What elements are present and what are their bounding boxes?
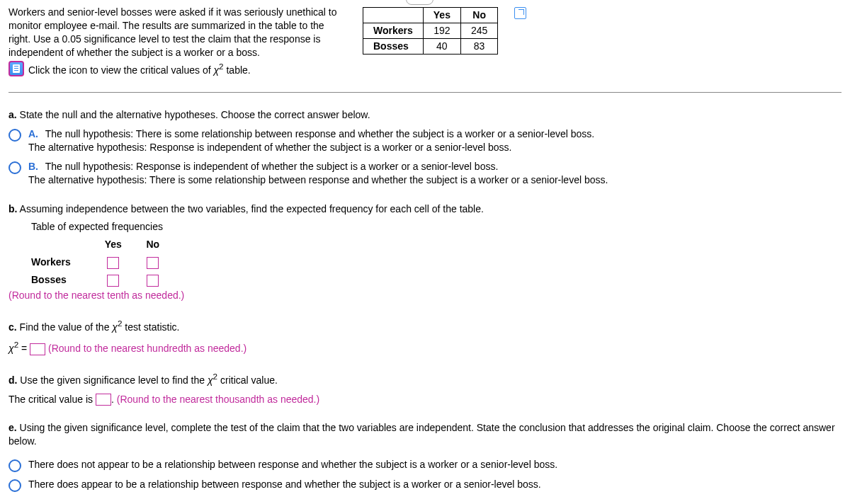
optB-label: B. xyxy=(28,161,38,172)
radio-e-opt1[interactable] xyxy=(8,459,21,472)
part-a: a. State the null and the alternative hy… xyxy=(8,108,842,186)
link-post: table. xyxy=(224,64,251,75)
col-no: No xyxy=(460,8,497,23)
d-line-post: . xyxy=(111,394,117,405)
c-prompt-post: test statistic. xyxy=(122,321,179,333)
row-workers: Workers xyxy=(363,23,424,38)
c-prompt-pre: Find the value of the xyxy=(17,321,113,333)
c-round-note: (Round to the nearest hundredth as neede… xyxy=(48,343,246,354)
radio-a-optB[interactable] xyxy=(8,161,21,174)
b-round-note: (Round to the nearest tenth as needed.) xyxy=(8,289,842,302)
cell-workers-no: 245 xyxy=(460,23,497,38)
optB-line2: The alternative hypothesis: There is som… xyxy=(28,174,608,185)
optA-label: A. xyxy=(28,128,38,139)
cell-bosses-yes: 40 xyxy=(423,38,460,54)
input-exp-bosses-yes[interactable] xyxy=(107,275,119,287)
b-prefix: b. xyxy=(8,203,17,214)
e-prefix: e. xyxy=(8,422,17,433)
e-opt1: There does not appear to be a relationsh… xyxy=(28,458,557,471)
c-eq: = xyxy=(18,343,30,354)
exp-row-workers: Workers xyxy=(31,253,101,271)
divider xyxy=(8,92,842,93)
optA-line2: The alternative hypothesis: Response is … xyxy=(28,142,512,153)
d-prompt-pre: Use the given significance level to find… xyxy=(17,374,208,386)
popup-icon[interactable] xyxy=(514,7,526,19)
chi-table-link[interactable]: Click the icon to view the critical valu… xyxy=(28,61,251,77)
link-pre: Click the icon to view the critical valu… xyxy=(28,64,213,75)
radio-e-opt2[interactable] xyxy=(8,479,21,492)
exp-col-yes: Yes xyxy=(101,236,142,253)
part-c: c. Find the value of the χ2 test statist… xyxy=(8,318,842,355)
input-exp-bosses-no[interactable] xyxy=(147,275,159,287)
input-exp-workers-yes[interactable] xyxy=(107,257,119,269)
input-exp-workers-no[interactable] xyxy=(147,257,159,269)
part-d: d. Use the given significance level to f… xyxy=(8,371,842,406)
cell-workers-yes: 192 xyxy=(423,23,460,38)
chi-square-table-icon[interactable] xyxy=(8,61,24,76)
expected-table: Table of expected frequencies Yes No Wor… xyxy=(31,218,180,289)
a-prefix: a. xyxy=(8,109,17,120)
chi-symbol-eq: χ xyxy=(8,343,14,354)
ellipsis-icon[interactable]: ••• xyxy=(406,0,434,5)
e-prompt: Using the given significance level, comp… xyxy=(8,422,835,447)
d-prompt-post: critical value. xyxy=(217,374,278,386)
d-prefix: d. xyxy=(8,374,17,386)
part-b: b. Assuming independence between the two… xyxy=(8,202,842,302)
optB-line1: The null hypothesis: Response is indepen… xyxy=(45,161,499,172)
optA-line1: The null hypothesis: There is some relat… xyxy=(45,128,595,139)
col-yes: Yes xyxy=(423,8,460,23)
chi-symbol: χ xyxy=(213,64,219,75)
b-prompt: Assuming independence between the two va… xyxy=(17,203,483,214)
exp-caption: Table of expected frequencies xyxy=(31,218,180,236)
e-opt2: There does appear to be a relationship b… xyxy=(28,478,541,491)
row-bosses: Bosses xyxy=(363,38,424,54)
chi-symbol-d: χ xyxy=(208,374,213,386)
exp-row-bosses: Bosses xyxy=(31,271,101,289)
d-round-note: (Round to the nearest thousandth as need… xyxy=(117,394,319,405)
observed-table: Yes No Workers 192 245 Bosses 40 83 xyxy=(363,7,498,55)
c-prefix: c. xyxy=(8,321,17,333)
radio-a-optA[interactable] xyxy=(8,129,21,142)
cell-bosses-no: 83 xyxy=(460,38,497,54)
chi-symbol-c: χ xyxy=(112,321,118,333)
exp-col-no: No xyxy=(142,236,180,253)
problem-intro: Workers and senior-level bosses were ask… xyxy=(8,6,337,58)
d-line-pre: The critical value is xyxy=(8,394,96,405)
part-e: e. Using the given significance level, c… xyxy=(8,421,842,492)
input-chi-square[interactable] xyxy=(30,343,45,355)
input-critical-value[interactable] xyxy=(96,394,111,406)
a-prompt: State the null and the alternative hypot… xyxy=(17,109,370,120)
